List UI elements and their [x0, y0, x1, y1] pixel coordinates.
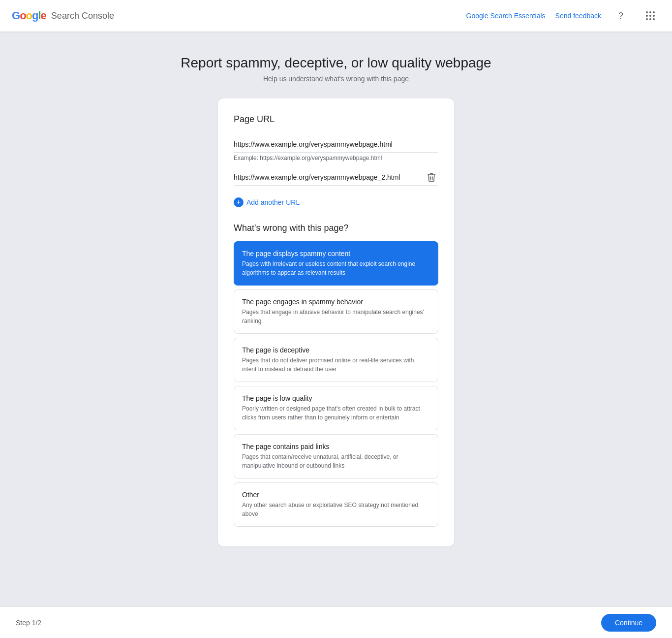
option-deceptive-title: The page is deceptive — [242, 346, 430, 354]
send-feedback-link[interactable]: Send feedback — [555, 12, 601, 20]
add-url-button[interactable]: + Add another URL — [234, 197, 300, 207]
option-paid-links[interactable]: The page contains paid links Pages that … — [234, 434, 438, 478]
url1-input[interactable] — [234, 136, 438, 153]
option-spammy-content-title: The page displays spammy content — [242, 250, 430, 257]
add-url-label: Add another URL — [246, 198, 300, 206]
add-icon: + — [234, 197, 244, 207]
apps-button[interactable] — [641, 6, 660, 26]
option-spammy-behavior-desc: Pages that engage in abusive behavior to… — [242, 308, 430, 325]
product-name: Search Console — [51, 11, 114, 21]
url1-example: Example: https://example.org/veryspammyw… — [234, 155, 438, 161]
header-right: Google Search Essentials Send feedback ? — [466, 6, 661, 26]
logo-link[interactable]: Google Search Console — [12, 9, 114, 22]
option-other-desc: Any other search abuse or exploitative S… — [242, 501, 430, 518]
option-spammy-content-desc: Pages with irrelevant or useless content… — [242, 259, 430, 277]
option-deceptive[interactable]: The page is deceptive Pages that do not … — [234, 338, 438, 382]
header: Google Search Console Google Search Esse… — [0, 0, 672, 32]
footer: Step 1/2 Continue — [0, 606, 672, 638]
form-card: Page URL Example: https://example.org/ve… — [218, 98, 454, 546]
option-paid-links-desc: Pages that contain/receive unnatural, ar… — [242, 452, 430, 470]
option-other[interactable]: Other Any other search abuse or exploita… — [234, 482, 438, 527]
option-low-quality-title: The page is low quality — [242, 394, 430, 402]
delete-url2-button[interactable] — [425, 170, 438, 184]
option-paid-links-title: The page contains paid links — [242, 443, 430, 450]
url2-input[interactable] — [234, 169, 421, 185]
option-deceptive-desc: Pages that do not deliver promised onlin… — [242, 356, 430, 374]
option-low-quality-desc: Poorly written or designed page that's o… — [242, 404, 430, 422]
help-icon: ? — [618, 11, 623, 21]
whats-wrong-title: What's wrong with this page? — [234, 223, 438, 233]
option-other-title: Other — [242, 491, 430, 499]
option-low-quality[interactable]: The page is low quality Poorly written o… — [234, 386, 438, 430]
page-title: Report spammy, deceptive, or low quality… — [181, 55, 491, 71]
option-spammy-behavior[interactable]: The page engages in spammy behavior Page… — [234, 289, 438, 334]
option-spammy-behavior-title: The page engages in spammy behavior — [242, 298, 430, 306]
help-button[interactable]: ? — [611, 6, 631, 26]
google-logo: Google — [12, 9, 46, 22]
search-essentials-link[interactable]: Google Search Essentials — [466, 12, 546, 20]
option-spammy-content[interactable]: The page displays spammy content Pages w… — [234, 241, 438, 286]
step-label: Step 1/2 — [16, 619, 41, 627]
page-subtitle: Help us understand what's wrong with thi… — [263, 75, 409, 83]
url2-field-wrapper — [234, 169, 438, 186]
url1-field-wrapper — [234, 136, 438, 153]
continue-button[interactable]: Continue — [601, 614, 656, 632]
main-content: Report spammy, deceptive, or low quality… — [0, 32, 672, 586]
apps-icon — [646, 11, 655, 20]
url-section-title: Page URL — [234, 114, 438, 125]
options-list: The page displays spammy content Pages w… — [234, 241, 438, 527]
trash-icon — [427, 172, 436, 182]
